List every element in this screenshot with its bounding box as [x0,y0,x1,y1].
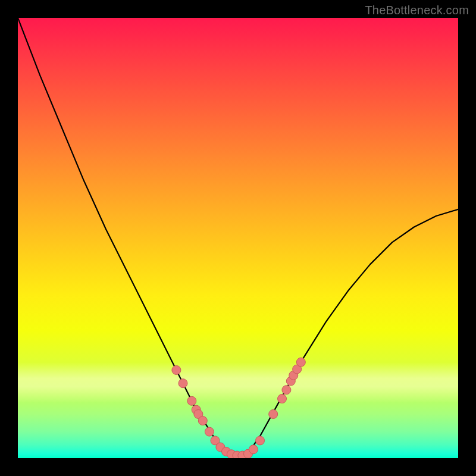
outer-frame: TheBottleneck.com [0,0,476,476]
data-marker [187,396,196,405]
data-marker [256,436,265,445]
plot-area [18,18,458,458]
data-marker [282,386,291,394]
data-marker [198,416,207,425]
data-marker [269,410,278,419]
data-marker [205,427,214,436]
data-marker [249,445,258,454]
chart-svg [18,18,458,458]
data-marker [278,394,287,403]
watermark-text: TheBottleneck.com [365,4,469,17]
data-marker [172,366,181,375]
data-marker [178,379,187,388]
data-marker [296,358,305,367]
bottleneck-curve [18,18,458,456]
